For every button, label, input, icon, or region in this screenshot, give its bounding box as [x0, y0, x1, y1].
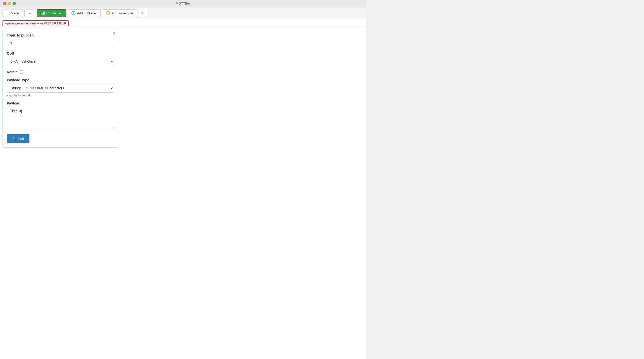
- window-title: MQTTBox: [176, 2, 190, 5]
- toolbar: ☰ Menu ← Connected + Add publisher + Add…: [0, 7, 366, 19]
- back-button[interactable]: ←: [24, 10, 35, 17]
- gear-icon: ⚙: [141, 11, 145, 15]
- add-publisher-label: Add publisher: [77, 11, 97, 15]
- payload-type-select[interactable]: Strings / JSON / XML / Characters Intege…: [7, 84, 114, 93]
- topic-group: Topic to publish: [7, 33, 114, 47]
- publisher-panel: ✕ Topic to publish QoS 0 - Almost Once 1…: [3, 29, 118, 148]
- connected-button[interactable]: Connected: [37, 9, 66, 17]
- signal-icon: [41, 12, 45, 15]
- publish-button[interactable]: Publish: [7, 134, 29, 143]
- payload-type-group: Payload Type Strings / JSON / XML / Char…: [7, 78, 114, 97]
- close-button[interactable]: [3, 2, 6, 5]
- payload-textarea[interactable]: {"id":10}: [7, 107, 114, 129]
- add-publisher-button[interactable]: + Add publisher: [68, 9, 101, 17]
- settings-button[interactable]: ⚙: [139, 9, 147, 17]
- minimize-button[interactable]: [8, 2, 11, 5]
- add-subscriber-label: Add subscriber: [111, 11, 133, 15]
- qos-select[interactable]: 0 - Almost Once 1 - At Least Once 2 - Ex…: [7, 57, 114, 66]
- qos-group: QoS 0 - Almost Once 1 - At Least Once 2 …: [7, 51, 114, 66]
- main-content: ✕ Topic to publish QoS 0 - Almost Once 1…: [0, 26, 366, 359]
- add-subscriber-button[interactable]: + Add subscriber: [102, 9, 137, 17]
- back-icon: ←: [28, 11, 31, 15]
- payload-label: Payload: [7, 101, 114, 105]
- add-publisher-icon: +: [71, 11, 75, 15]
- title-bar: MQTTBox: [0, 0, 366, 7]
- topic-label: Topic to publish: [7, 33, 114, 37]
- retain-group: Retain: [7, 70, 114, 74]
- menu-icon: ☰: [6, 11, 9, 15]
- menu-label: Menu: [11, 11, 19, 15]
- menu-button[interactable]: ☰ Menu: [3, 10, 23, 17]
- connection-tabs-bar: openedge-connect-test – ws://127.0.0.1:8…: [0, 19, 366, 26]
- topic-input[interactable]: [7, 39, 114, 47]
- retain-checkbox[interactable]: [20, 70, 23, 74]
- traffic-lights: [3, 2, 16, 5]
- payload-group: Payload {"id":10}: [7, 101, 114, 130]
- maximize-button[interactable]: [13, 2, 16, 5]
- payload-type-label: Payload Type: [7, 78, 114, 82]
- add-subscriber-icon: +: [106, 11, 110, 15]
- retain-label: Retain: [7, 70, 18, 74]
- panel-close-button[interactable]: ✕: [112, 31, 115, 36]
- payload-hint: e.g: {'hello':'world'}: [7, 94, 114, 97]
- connected-label: Connected: [46, 11, 62, 15]
- qos-label: QoS: [7, 51, 114, 55]
- connection-tab[interactable]: openedge-connect-test – ws://127.0.0.1:8…: [3, 20, 69, 26]
